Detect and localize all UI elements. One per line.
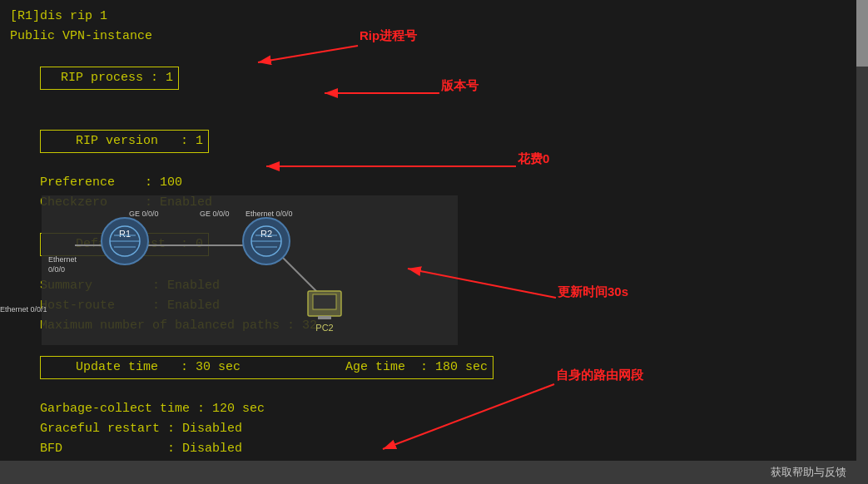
- updatetime-box: Update time : 30 sec Age time : 180 sec: [40, 356, 494, 379]
- version-box: RIP version : 1: [40, 130, 209, 153]
- maxpaths-line: Maximum number of balanced paths : 32: [10, 316, 858, 336]
- terminal: [R1]dis rip 1 Public VPN-instance RIP pr…: [0, 0, 868, 484]
- checkzero-line: Checkzero : Enabled: [10, 193, 858, 213]
- process-line: RIP process : 1: [10, 47, 858, 110]
- hostroute-line: Host-route : Enabled: [10, 296, 858, 316]
- process-box: RIP process : 1: [40, 67, 179, 90]
- preference-line: Preference : 100: [10, 173, 858, 193]
- version-line: RIP version : 1: [10, 110, 858, 173]
- graceful-line: Graceful restart : Disabled: [10, 419, 858, 439]
- summary-line: Summary : Enabled: [10, 276, 858, 296]
- defaultcost-box: Default-cost : 0: [40, 233, 209, 256]
- scrollbar-thumb[interactable]: [856, 0, 868, 67]
- scrollbar[interactable]: [856, 0, 868, 484]
- garbage-line: Garbage-collect time : 120 sec: [10, 399, 858, 419]
- status-bar: 获取帮助与反馈: [0, 461, 856, 484]
- cmd-line: [R1]dis rip 1: [10, 7, 858, 27]
- defaultcost-line: Default-cost : 0: [10, 213, 858, 276]
- status-text: 获取帮助与反馈: [771, 465, 846, 480]
- vpn-line: Public VPN-instance: [10, 27, 858, 47]
- bfd-line: BFD : Disabled: [10, 439, 858, 459]
- updatetime-line: Update time : 30 sec Age time : 180 sec: [10, 336, 858, 399]
